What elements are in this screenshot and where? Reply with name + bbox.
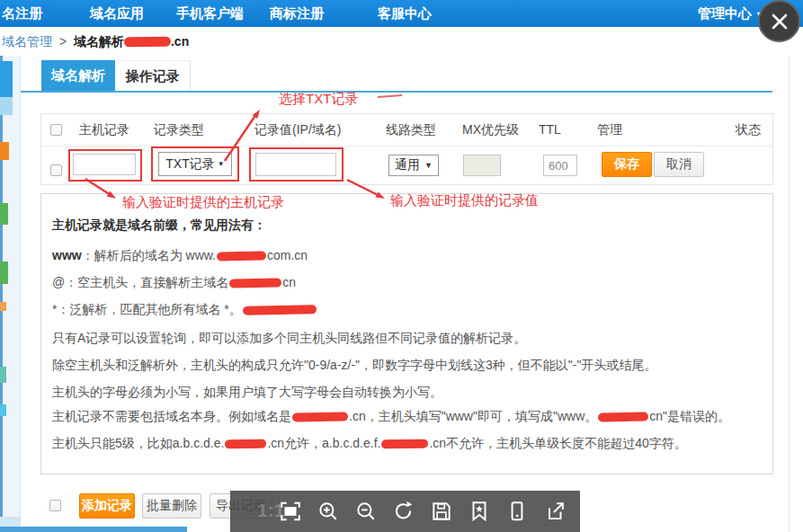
close-button[interactable] [758, 0, 800, 42]
close-icon [770, 12, 790, 31]
bottom-edge-bar [0, 527, 187, 532]
top-nav-bar: 名注册域名应用手机客户端商标注册客服中心管理中心▼ [0, 0, 803, 27]
strip-block-orange2 [0, 302, 6, 311]
help-line: *：泛解析，匹配其他所有域名 *。 [52, 302, 317, 318]
nav-item-5[interactable]: 管理中心▼ [698, 0, 763, 27]
help-line: 主机头只能5级，比如a.b.c.d.e..cn允许，a.b.c.d.e.f..c… [52, 436, 687, 452]
strip-block-lightblue [0, 97, 13, 115]
redaction-mark [381, 439, 428, 449]
record-type-value: TXT记录 [165, 156, 214, 173]
header-cell-2: 记录值(IP/域名) [254, 122, 341, 138]
help-line: www：解析后的域名为 www.com.cn [52, 248, 308, 264]
nav-item-4[interactable]: 客服中心 [378, 0, 432, 27]
redaction-mark [243, 305, 317, 315]
help-text: .cn允许，a.b.c.d.e.f. [267, 436, 380, 450]
breadcrumb: 域名管理 > 域名解析.cn [0, 27, 803, 56]
annotation-select-txt: 选择TXT记录 [279, 91, 358, 108]
help-line: 主机记录就是域名前缀，常见用法有： [52, 217, 266, 234]
right-edge-line [789, 56, 790, 532]
header-cell-7: 状态 [736, 122, 761, 138]
annotation-host-hint: 输入验证时提供的主机记录 [122, 194, 284, 211]
help-line: 主机记录不需要包括域名本身。例如域名是.cn，主机头填写"www"即可，填写成"… [52, 409, 730, 425]
help-text: ：解析后的域名为 www. [82, 248, 216, 262]
chevron-down-icon: ▼ [424, 161, 433, 170]
redaction-mark [225, 439, 266, 449]
help-box: 主机记录就是域名前缀，常见用法有：www：解析后的域名为 www.com.cn@… [40, 193, 773, 474]
tab-domain-resolution[interactable]: 域名解析 [41, 60, 115, 91]
redaction-mark [229, 278, 281, 288]
bookmark-icon[interactable] [466, 498, 493, 525]
rotate-icon[interactable] [390, 498, 417, 525]
help-text: 只有A记录可以设置轮询，即可以添加多个同主机头同线路但不同记录值的解析记录。 [52, 331, 526, 345]
strip-edge-line [0, 56, 3, 532]
nav-item-0[interactable]: 名注册 [2, 0, 42, 27]
help-text: @：空主机头，直接解析主域名 [52, 275, 228, 289]
host-record-input[interactable] [73, 154, 136, 175]
viewer-toolbar: 1:1 [230, 491, 580, 532]
save-icon[interactable] [428, 498, 455, 525]
add-record-button[interactable]: 添加记录 [79, 493, 135, 519]
record-type-select[interactable]: TXT记录▼ [158, 152, 232, 176]
help-text: 除空主机头和泛解析外，主机头的构成只允许"0-9/a-z/-"，即数字字母中划线… [52, 358, 656, 372]
save-button[interactable]: 保存 [602, 152, 652, 177]
breadcrumb-current: 域名解析.cn [74, 34, 189, 49]
batch-delete-button[interactable]: 批量删除 [142, 493, 201, 519]
help-line: 除空主机头和泛解析外，主机头的构成只允许"0-9/a-z/-"，即数字字母中划线… [52, 358, 656, 374]
help-text: 主机头只能5级，比如a.b.c.d.e. [52, 436, 224, 450]
breadcrumb-domain-manage-link[interactable]: 域名管理 [2, 34, 52, 49]
header-cell-5: TTL [539, 122, 561, 137]
redaction-mark [124, 37, 171, 48]
mx-priority-input [463, 155, 501, 176]
device-icon[interactable] [504, 498, 531, 525]
nav-item-2[interactable]: 手机客户端 [176, 0, 244, 27]
help-text: cn [282, 275, 296, 289]
strip-block-green [0, 203, 8, 225]
header-cell-1: 记录类型 [154, 122, 204, 138]
help-line: 主机头的字母必须为小写，如果用户填了大写字母会自动转换为小写。 [52, 385, 442, 401]
select-all-checkbox[interactable] [50, 124, 62, 136]
redaction-mark [598, 412, 648, 422]
zoom-in-icon[interactable] [315, 498, 342, 525]
help-text: 主机记录不需要包括域名本身。例如域名是 [52, 409, 291, 423]
header-cell-6: 管理 [597, 122, 622, 138]
redaction-mark [292, 412, 348, 421]
line-type-select[interactable]: 通用▼ [388, 155, 439, 176]
strip-block-blue [0, 61, 13, 97]
strip-block-cyan [0, 404, 6, 416]
zoom-out-icon[interactable] [352, 498, 379, 525]
strip-block-orange [0, 142, 9, 160]
nav-item-3[interactable]: 商标注册 [270, 0, 324, 27]
redaction-mark [217, 252, 266, 262]
help-line: @：空主机头，直接解析主域名cn [52, 275, 296, 291]
zoom-ratio-label: 1:1 [257, 500, 284, 521]
ttl-input[interactable] [543, 155, 577, 176]
left-edge-strip [0, 56, 21, 532]
strip-block-teal [0, 367, 6, 383]
chevron-down-icon: ▼ [218, 160, 225, 168]
header-cell-0: 主机记录 [79, 122, 129, 138]
header-cell-3: 线路类型 [386, 122, 436, 138]
help-text: com.cn [267, 248, 308, 262]
share-icon[interactable] [541, 498, 568, 525]
help-text: *：泛解析，匹配其他所有域名 *。 [52, 302, 242, 316]
help-text: 主机记录就是域名前缀，常见用法有： [52, 217, 266, 232]
nav-item-1[interactable]: 域名应用 [90, 0, 144, 27]
help-text: 主机头的字母必须为小写，如果用户填了大写字母会自动转换为小写。 [52, 385, 442, 399]
help-text: www [52, 248, 82, 262]
footer-select-all-checkbox[interactable] [49, 500, 61, 511]
help-text: cn"是错误的。 [649, 409, 730, 423]
row-checkbox[interactable] [50, 164, 62, 176]
help-text: .cn，主机头填写"www"即可，填写成"www。 [349, 409, 597, 423]
table-header-divider [41, 146, 772, 146]
strip-block-green2 [0, 262, 8, 284]
breadcrumb-separator: > [59, 34, 67, 49]
record-value-input[interactable] [255, 153, 336, 176]
annotation-value-hint: 输入验证时提供的记录值 [390, 192, 539, 209]
tab-underline [21, 91, 772, 93]
help-text: .cn不允许，主机头单级长度不能超过40字符。 [429, 436, 686, 450]
tab-operation-log[interactable]: 操作记录 [115, 60, 191, 91]
cancel-button[interactable]: 取消 [654, 152, 704, 177]
line-type-value: 通用 [395, 157, 420, 173]
header-cell-4: MX优先级 [462, 122, 519, 138]
help-line: 只有A记录可以设置轮询，即可以添加多个同主机头同线路但不同记录值的解析记录。 [52, 331, 526, 347]
